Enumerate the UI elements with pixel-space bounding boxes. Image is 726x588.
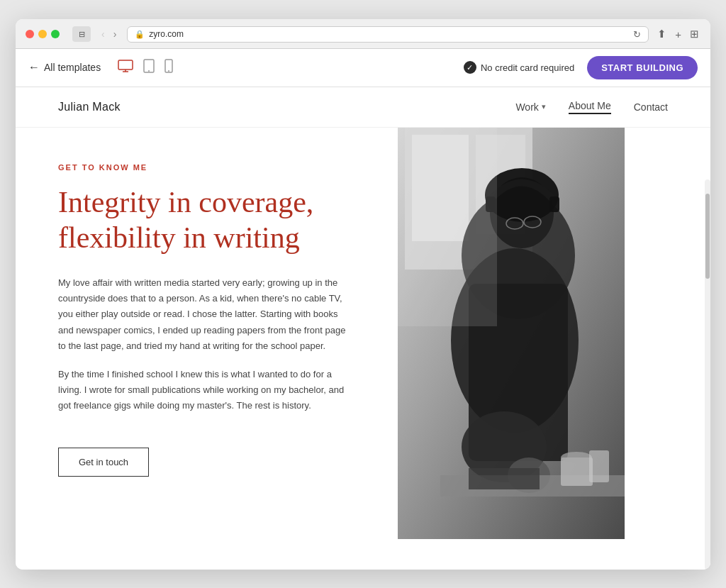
minimize-button[interactable] <box>38 30 47 38</box>
close-button[interactable] <box>26 30 34 38</box>
nav-work[interactable]: Work ▾ <box>515 101 545 113</box>
site-logo: Julian Mack <box>58 101 121 113</box>
back-arrow-icon: ← <box>28 61 40 74</box>
browser-actions: ⬆ + ⊞ <box>656 26 700 42</box>
content-left: GET TO KNOW ME Integrity in coverage, fl… <box>16 128 398 542</box>
tablet-icon[interactable] <box>142 57 156 77</box>
address-bar[interactable]: 🔒 zyro.com ↻ <box>127 26 649 43</box>
nav-about[interactable]: About Me <box>569 100 611 114</box>
nav-arrows: ‹ › <box>98 27 120 41</box>
traffic-lights <box>26 30 60 38</box>
maximize-button[interactable] <box>51 30 60 38</box>
content-right <box>398 128 625 542</box>
start-building-button[interactable]: START BUILDING <box>587 56 698 79</box>
nav-work-label: Work <box>515 101 538 113</box>
section-label: GET TO KNOW ME <box>58 163 355 172</box>
device-switcher <box>116 57 174 77</box>
url-text: zyro.com <box>149 29 629 39</box>
sidebar-toggle[interactable]: ⊟ <box>72 26 91 42</box>
toolbar-right: ✓ No credit card required START BUILDING <box>464 56 698 79</box>
nav-contact[interactable]: Contact <box>634 101 668 113</box>
no-credit-card-badge: ✓ No credit card required <box>464 61 574 74</box>
svg-rect-26 <box>469 468 540 489</box>
svg-rect-0 <box>118 60 133 70</box>
svg-point-6 <box>168 70 169 72</box>
forward-nav-button[interactable]: › <box>110 27 121 41</box>
back-label: All templates <box>44 62 101 73</box>
portrait-image <box>398 128 625 539</box>
scrollbar[interactable] <box>705 179 710 570</box>
dropdown-arrow-icon: ▾ <box>542 102 546 111</box>
reload-icon[interactable]: ↻ <box>633 29 641 40</box>
scrollbar-thumb[interactable] <box>705 194 710 279</box>
svg-point-24 <box>561 452 592 463</box>
nav-about-label: About Me <box>569 100 611 111</box>
new-tab-icon[interactable]: + <box>674 27 683 42</box>
desktop-icon[interactable] <box>116 58 135 77</box>
no-cc-label: No credit card required <box>481 62 574 73</box>
site-nav-links: Work ▾ About Me Contact <box>515 100 668 114</box>
site-navigation: Julian Mack Work ▾ About Me Contact <box>16 87 710 128</box>
section-body-1: My love affair with written media starte… <box>58 275 355 353</box>
section-body-2: By the time I finished school I knew thi… <box>58 367 355 414</box>
grid-icon[interactable]: ⊞ <box>688 26 700 42</box>
site-content: GET TO KNOW ME Integrity in coverage, fl… <box>16 128 710 542</box>
nav-contact-label: Contact <box>634 101 668 113</box>
svg-point-4 <box>148 70 150 72</box>
browser-controls: ⊟ <box>72 26 91 42</box>
headline-line1: Integrity in coverage, <box>58 186 313 218</box>
mobile-icon[interactable] <box>163 57 174 77</box>
website-preview: Julian Mack Work ▾ About Me Contact GET … <box>16 87 710 570</box>
share-icon[interactable]: ⬆ <box>656 26 668 42</box>
svg-rect-25 <box>589 450 609 482</box>
template-toolbar: ← All templates <box>16 49 710 87</box>
browser-chrome: ⊟ ‹ › 🔒 zyro.com ↻ ⬆ + ⊞ <box>16 19 710 49</box>
section-headline: Integrity in coverage, flexibility in wr… <box>58 184 355 256</box>
checkmark-icon: ✓ <box>464 61 476 74</box>
svg-rect-27 <box>398 128 497 326</box>
lock-icon: 🔒 <box>135 30 145 39</box>
get-in-touch-button[interactable]: Get in touch <box>58 448 149 477</box>
browser-window: ⊟ ‹ › 🔒 zyro.com ↻ ⬆ + ⊞ ← All templates <box>16 19 710 570</box>
headline-line2: flexibility in writing <box>58 221 300 254</box>
back-nav-button[interactable]: ‹ <box>98 27 108 41</box>
back-to-templates-button[interactable]: ← All templates <box>28 61 101 74</box>
svg-rect-21 <box>549 196 559 212</box>
